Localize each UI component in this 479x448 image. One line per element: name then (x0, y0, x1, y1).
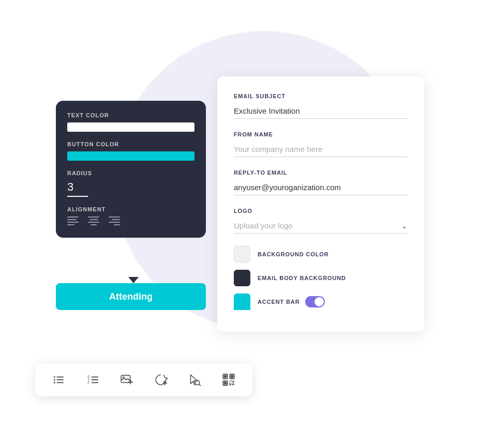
ordered-list-icon[interactable]: 0 1 2 (84, 370, 102, 389)
svg-rect-23 (231, 375, 233, 377)
accent-bar-toggle-container: ACCENT BAR (258, 296, 325, 307)
from-name-label: FROM NAME (234, 131, 408, 137)
from-name-input[interactable] (234, 142, 408, 157)
style-panel: TEXT COLOR BUTTON COLOR RADIUS 3 ALIGNME… (56, 101, 206, 238)
accent-bar-label: ACCENT BAR (258, 299, 300, 305)
alignment-label: ALIGNMENT (67, 206, 194, 212)
email-subject-group: EMAIL SUBJECT (234, 93, 408, 119)
background-color-swatch[interactable] (234, 246, 250, 262)
logo-select[interactable]: Upload your logo ⌄ (234, 218, 408, 234)
button-color-bar[interactable] (67, 151, 194, 161)
radius-underline (67, 196, 88, 197)
qr-code-icon[interactable] (219, 370, 238, 389)
align-right-icon[interactable] (109, 217, 120, 225)
cursor-icon[interactable] (185, 370, 204, 389)
align-center-icon[interactable] (88, 217, 99, 225)
button-color-label: BUTTON COLOR (67, 141, 194, 147)
logo-chevron-icon: ⌄ (401, 222, 408, 230)
align-left-icon[interactable] (67, 217, 79, 225)
from-name-group: FROM NAME (234, 131, 408, 157)
accent-bar-toggle[interactable] (305, 296, 325, 307)
reply-to-label: REPLY-TO EMAIL (234, 169, 408, 176)
logo-label: LOGO (234, 208, 408, 214)
email-subject-label: EMAIL SUBJECT (234, 93, 408, 99)
svg-text:2: 2 (87, 380, 89, 384)
svg-rect-25 (224, 382, 226, 384)
text-color-label: TEXT COLOR (67, 112, 194, 118)
color-options: BACKGROUND COLOR EMAIL BODY BACKGROUND A… (234, 246, 408, 310)
accent-bar-row: ACCENT BAR (234, 293, 408, 310)
reply-to-group: REPLY-TO EMAIL (234, 169, 408, 195)
add-image-icon[interactable] (117, 370, 136, 389)
panel-arrow (128, 277, 139, 283)
reply-to-input[interactable] (234, 180, 408, 195)
background-color-row: BACKGROUND COLOR (234, 246, 408, 262)
logo-group: LOGO Upload your logo ⌄ (234, 208, 408, 234)
email-body-bg-swatch[interactable] (234, 270, 250, 286)
svg-point-2 (54, 382, 55, 383)
text-color-bar[interactable] (67, 122, 194, 132)
logo-placeholder-text: Upload your logo (234, 221, 292, 230)
content-area: EMAIL SUBJECT FROM NAME REPLY-TO EMAIL L… (0, 0, 479, 448)
email-subject-input[interactable] (234, 103, 408, 119)
email-body-bg-row: EMAIL BODY BACKGROUND (234, 270, 408, 286)
text-color-section: TEXT COLOR (67, 112, 194, 132)
button-color-section: BUTTON COLOR (67, 141, 194, 161)
svg-point-0 (54, 376, 55, 378)
radius-value: 3 (67, 180, 194, 194)
attending-button[interactable]: Attending (56, 283, 206, 310)
email-panel: EMAIL SUBJECT FROM NAME REPLY-TO EMAIL L… (217, 76, 424, 332)
alignment-icons (67, 217, 194, 225)
accent-bar-swatch[interactable] (234, 293, 250, 310)
add-shape-icon[interactable] (152, 370, 170, 389)
svg-point-1 (54, 379, 55, 380)
email-body-bg-label: EMAIL BODY BACKGROUND (258, 275, 346, 281)
radius-label: RADIUS (67, 170, 194, 176)
svg-line-19 (199, 384, 201, 386)
svg-point-13 (123, 377, 125, 378)
radius-section: RADIUS 3 (67, 170, 194, 197)
background-color-label: BACKGROUND COLOR (258, 251, 329, 257)
toolbar: 0 1 2 (35, 363, 252, 396)
svg-rect-21 (224, 375, 226, 377)
attending-button-label: Attending (109, 291, 153, 302)
unordered-list-icon[interactable] (50, 370, 68, 389)
alignment-section: ALIGNMENT (67, 206, 194, 225)
